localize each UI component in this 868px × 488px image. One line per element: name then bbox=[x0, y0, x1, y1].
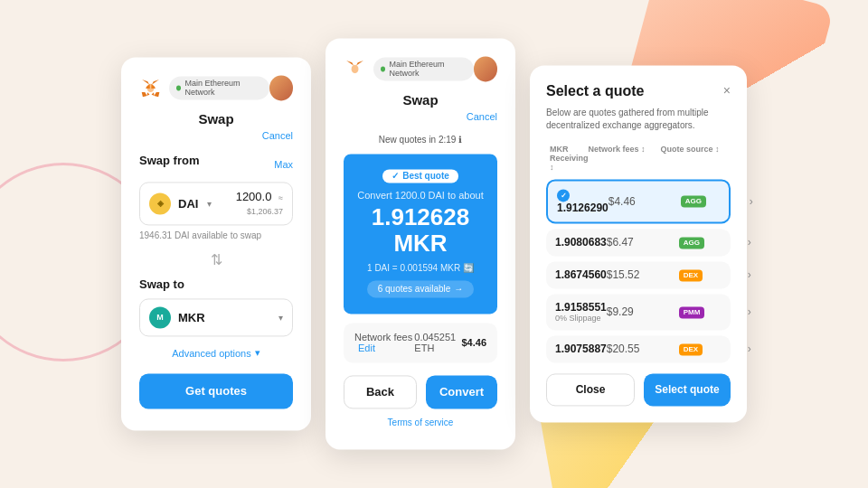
metamask-icon-2 bbox=[344, 56, 366, 81]
tos-link[interactable]: Terms of service bbox=[344, 418, 497, 428]
quote-amount-1: 1.9080683 bbox=[555, 237, 607, 249]
quote-amount-4: 1.9075887 bbox=[555, 343, 607, 356]
svg-marker-0 bbox=[152, 80, 159, 84]
get-quotes-button[interactable]: Get quotes bbox=[139, 374, 293, 409]
new-quotes-bar: New quotes in 2:19 ℹ bbox=[344, 135, 497, 145]
svg-marker-1 bbox=[142, 80, 149, 84]
network-fees-label: Network fees Edit bbox=[354, 333, 414, 354]
panel2-header-left: Main Ethereum Network bbox=[344, 56, 474, 81]
quote-amount-0: ✓1.9126290 bbox=[557, 188, 609, 215]
from-token-name: DAI bbox=[178, 197, 198, 211]
svg-marker-10 bbox=[346, 61, 354, 65]
max-link[interactable]: Max bbox=[274, 159, 293, 170]
svg-marker-7 bbox=[152, 92, 155, 96]
quote-source-3: PMM › bbox=[679, 306, 751, 319]
quote-row-3[interactable]: 1.9158551 0% Slippage $9.29 PMM › bbox=[546, 295, 731, 331]
panel2-header: Main Ethereum Network bbox=[344, 56, 497, 81]
quote-table-header: MKR Receiving ↕ Network fees ↕ Quote sou… bbox=[546, 145, 731, 172]
advanced-options[interactable]: Advanced options ▾ bbox=[139, 348, 293, 360]
svg-marker-3 bbox=[142, 92, 147, 97]
avatar-2 bbox=[474, 56, 497, 81]
swap-to-label: Swap to bbox=[139, 278, 293, 292]
swap-from-row: Swap from Max bbox=[139, 155, 293, 175]
panel1-header-left: Main Ethereum Network bbox=[139, 76, 269, 101]
quote-source-2: DEX › bbox=[679, 269, 751, 282]
fee-usd: $4.46 bbox=[461, 338, 486, 349]
network-badge-1: Main Ethereum Network bbox=[169, 77, 269, 100]
col-network-fees: Network fees ↕ bbox=[589, 145, 661, 172]
edit-fees-link[interactable]: Edit bbox=[358, 343, 375, 354]
mkr-icon: M bbox=[149, 307, 171, 329]
quote-row-4[interactable]: 1.9075887 $20.55 DEX › bbox=[546, 336, 731, 363]
quote-source-0: AGG › bbox=[681, 195, 753, 208]
network-fees-row: Network fees Edit 0.045251 ETH $4.46 bbox=[344, 324, 497, 363]
metamask-icon bbox=[139, 76, 162, 101]
quote-source-4: DEX › bbox=[679, 343, 751, 356]
quote-amount-3: 1.9158551 bbox=[555, 302, 607, 314]
panel3-footer: Close Select quote bbox=[546, 374, 731, 407]
network-dot-1 bbox=[176, 86, 181, 91]
svg-point-8 bbox=[147, 84, 155, 92]
cards-container: Main Ethereum Network Swap Cancel Swap f… bbox=[121, 38, 747, 449]
quote-row-0[interactable]: ✓1.9126290 $4.46 AGG › bbox=[546, 179, 731, 224]
close-footer-button[interactable]: Close bbox=[546, 374, 635, 407]
agg-badge-1: AGG bbox=[679, 237, 704, 249]
panel2-title: Swap bbox=[344, 92, 497, 108]
quote-fee-0: $4.46 bbox=[609, 195, 681, 208]
to-token-name: MKR bbox=[178, 311, 205, 324]
panel2-btn-row: Back Convert bbox=[344, 376, 497, 409]
quote-fee-2: $15.52 bbox=[607, 269, 679, 282]
close-panel-button[interactable]: × bbox=[723, 83, 731, 98]
from-amount: 1200.0 ≈ $1,206.37 bbox=[219, 191, 283, 218]
col-quote-source: Quote source ↕ bbox=[661, 145, 733, 172]
quote-fee-1: $6.47 bbox=[607, 237, 679, 249]
to-token-row[interactable]: M MKR ▾ bbox=[139, 299, 293, 337]
panel1-header: Main Ethereum Network bbox=[139, 76, 293, 101]
convert-button[interactable]: Convert bbox=[426, 376, 497, 409]
dai-icon: ◈ bbox=[149, 193, 171, 215]
panel-swap-form: Main Ethereum Network Swap Cancel Swap f… bbox=[121, 58, 311, 431]
convert-text: Convert 1200.0 DAI to about bbox=[356, 190, 485, 201]
col-receiving: MKR Receiving ↕ bbox=[550, 145, 589, 172]
quote-row-2[interactable]: 1.8674560 $15.52 DEX › bbox=[546, 262, 731, 289]
convert-amount: 1.912628 MKR bbox=[356, 204, 485, 256]
svg-marker-2 bbox=[154, 92, 159, 97]
from-token-row[interactable]: ◈ DAI ▾ 1200.0 ≈ $1,206.37 bbox=[139, 183, 293, 226]
quote-row-1[interactable]: 1.9080683 $6.47 AGG › bbox=[546, 230, 731, 257]
quote-panel-desc: Below are quotes gathered from multiple … bbox=[546, 107, 731, 132]
quotes-available[interactable]: 6 quotes available → bbox=[367, 281, 475, 298]
available-text: 1946.31 DAI available to swap bbox=[139, 231, 293, 241]
panel2-cancel[interactable]: Cancel bbox=[344, 111, 497, 122]
panel-select-quote: Select a quote × Below are quotes gather… bbox=[530, 65, 747, 423]
dex-badge-4: DEX bbox=[679, 343, 703, 355]
panel-convert: Main Ethereum Network Swap Cancel New qu… bbox=[326, 38, 515, 449]
svg-marker-6 bbox=[147, 92, 150, 96]
avatar-1 bbox=[269, 76, 293, 101]
quote-slippage-3: 0% Slippage bbox=[555, 314, 607, 324]
pmm-badge-3: PMM bbox=[679, 306, 705, 318]
swap-from-label: Swap from bbox=[139, 155, 199, 168]
best-quote-badge: ✓ Best quote Convert 1200.0 DAI to about… bbox=[344, 154, 497, 314]
quote-source-1: AGG › bbox=[679, 237, 751, 249]
check-icon-0: ✓ bbox=[557, 190, 570, 202]
network-dot-2 bbox=[381, 66, 385, 71]
back-button[interactable]: Back bbox=[344, 376, 417, 409]
network-badge-2: Main Ethereum Network bbox=[373, 57, 474, 80]
select-quote-button[interactable]: Select quote bbox=[644, 374, 731, 407]
quote-amount-2: 1.8674560 bbox=[555, 269, 607, 282]
svg-marker-9 bbox=[356, 61, 363, 65]
quote-fee-4: $20.55 bbox=[607, 343, 679, 356]
to-token-chevron: ▾ bbox=[278, 313, 283, 323]
agg-badge-0: AGG bbox=[681, 196, 706, 208]
network-label-1: Main Ethereum Network bbox=[184, 80, 262, 98]
panel1-cancel[interactable]: Cancel bbox=[139, 131, 293, 142]
panel1-title: Swap bbox=[139, 112, 293, 127]
best-quote-label: ✓ Best quote bbox=[382, 169, 458, 183]
quote-fee-3: $9.29 bbox=[607, 306, 679, 319]
network-label-2: Main Ethereum Network bbox=[389, 60, 467, 78]
quote-panel-title: Select a quote bbox=[546, 83, 644, 99]
fee-eth: 0.045251 ETH bbox=[414, 333, 461, 354]
exchange-rate: 1 DAI = 0.001594 MKR 🔄 bbox=[356, 264, 485, 274]
dex-badge-2: DEX bbox=[679, 269, 703, 281]
svg-point-11 bbox=[352, 65, 359, 73]
